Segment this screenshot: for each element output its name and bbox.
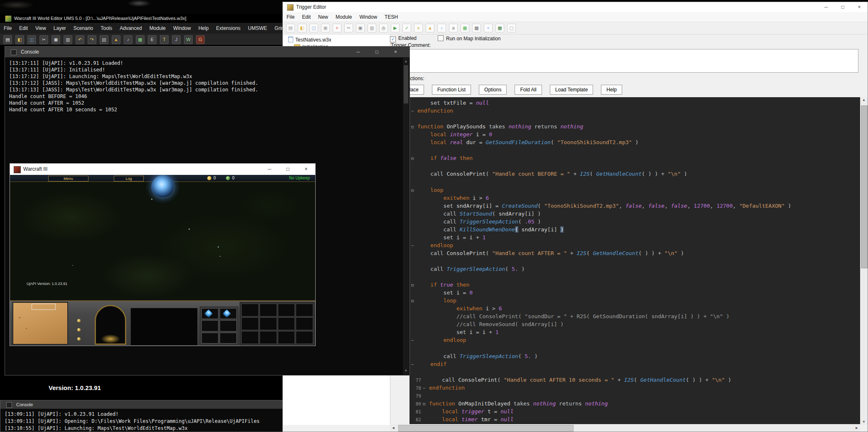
we-menu-layer[interactable]: Layer xyxy=(50,23,70,34)
te-menu-module[interactable]: Module xyxy=(332,12,356,22)
grid-icon[interactable]: ▦ xyxy=(136,35,145,44)
close-icon[interactable]: × xyxy=(297,164,315,175)
inventory-slot[interactable] xyxy=(201,320,218,331)
new-map-icon[interactable]: ▤ xyxy=(3,35,12,44)
command-card-slot[interactable] xyxy=(296,331,313,344)
code-vertical-scrollbar[interactable]: ▲ ▼ xyxy=(860,97,868,425)
test-run-icon[interactable]: ▶ xyxy=(391,24,400,32)
text-icon[interactable]: a xyxy=(449,24,458,32)
te-menu-tesh[interactable]: TESH xyxy=(381,12,402,22)
we-menu-umswe[interactable]: UMSWE xyxy=(244,23,271,34)
command-card-slot[interactable] xyxy=(241,304,259,317)
te-button-load-template[interactable]: Load Template xyxy=(550,85,593,95)
command-card-slot[interactable] xyxy=(278,304,295,317)
we-menu-extensions[interactable]: Extensions xyxy=(212,23,244,34)
open-icon[interactable]: ▣ xyxy=(321,24,330,32)
save-icon[interactable]: ◫ xyxy=(309,24,318,32)
inventory-slot[interactable] xyxy=(220,333,237,344)
save-map-icon[interactable]: ◫ xyxy=(27,35,36,44)
scroll-down-icon[interactable]: ▼ xyxy=(860,419,868,425)
game-menu-button[interactable]: Menu xyxy=(48,176,88,182)
game-terrain[interactable]: UjAPI Version: 1.0.23.91 xyxy=(10,182,315,299)
object-editor-icon[interactable]: E xyxy=(148,35,157,44)
run-on-init-checkbox-box[interactable] xyxy=(438,35,444,41)
minimize-icon[interactable]: ─ xyxy=(260,164,279,175)
fold-marker[interactable]: − xyxy=(411,242,417,250)
scroll-down-icon[interactable]: ▼ xyxy=(403,368,409,374)
inventory-slot[interactable] xyxy=(220,320,237,331)
game-viewport[interactable]: Menu Log 0 0 No Upkeep UjAPI Version: 1.… xyxy=(10,175,315,346)
fold-marker[interactable]: − xyxy=(411,107,417,115)
inventory-slot[interactable] xyxy=(201,308,218,319)
board-icon[interactable]: ▦ xyxy=(495,24,504,32)
we-menu-file[interactable]: File xyxy=(0,23,15,34)
scroll-right-icon[interactable]: ► xyxy=(853,424,860,432)
grimoire-icon[interactable]: G xyxy=(196,35,205,44)
enabled-checkbox-box[interactable]: ✓ xyxy=(390,37,396,42)
te-menu-window[interactable]: Window xyxy=(356,12,381,22)
horizontal-scroll-thumb[interactable] xyxy=(398,425,574,432)
copy-icon[interactable]: ▣ xyxy=(356,24,365,32)
te-menu-edit[interactable]: Edit xyxy=(298,12,314,22)
grid-dark-icon[interactable]: ▩ xyxy=(472,24,481,32)
console-bottom-titlebar[interactable]: Console xyxy=(0,400,284,409)
close-icon[interactable]: × xyxy=(851,2,868,12)
console-scroll-thumb[interactable] xyxy=(404,65,408,103)
command-card-slot[interactable] xyxy=(260,331,277,344)
run-on-init-checkbox[interactable]: Run on Map Initialization xyxy=(438,35,500,41)
te-button-help[interactable]: Help xyxy=(601,85,622,95)
sound-icon[interactable]: ♪ xyxy=(437,24,446,32)
inventory-slot[interactable] xyxy=(220,308,237,319)
maximize-icon[interactable]: □ xyxy=(834,2,851,12)
te-menu-file[interactable]: File xyxy=(283,12,298,22)
console-scrollbar[interactable]: ▲ ▼ xyxy=(403,58,409,375)
grid-green-icon[interactable]: ▦ xyxy=(461,24,469,32)
fold-marker[interactable]: ⊟ xyxy=(411,187,417,194)
cut-icon[interactable]: ✂ xyxy=(344,24,353,32)
variables-icon[interactable]: x xyxy=(414,24,423,32)
inventory-slot[interactable] xyxy=(201,333,218,344)
fold-marker[interactable]: ⊟ xyxy=(411,155,417,162)
minimize-icon[interactable]: ─ xyxy=(349,47,368,57)
fold-marker[interactable]: ⊟ xyxy=(423,400,429,408)
fold-marker[interactable]: − xyxy=(411,361,417,368)
te-menu-new[interactable]: New xyxy=(314,12,332,22)
copy-icon[interactable]: ▣ xyxy=(51,35,60,44)
maximize-icon[interactable]: □ xyxy=(368,47,386,57)
script-icon[interactable]: J xyxy=(172,35,181,44)
command-card-slot[interactable] xyxy=(278,331,295,344)
we-menu-advanced[interactable]: Advanced xyxy=(116,23,145,34)
fold-marker[interactable]: ⊟ xyxy=(411,123,417,131)
we-menu-edit[interactable]: Edit xyxy=(15,23,32,34)
enabled-checkbox[interactable]: ✓Enabled xyxy=(390,35,417,41)
scroll-up-icon[interactable]: ▲ xyxy=(403,59,409,64)
trigger-editor-icon[interactable]: T xyxy=(160,35,169,44)
game-log-button[interactable]: Log xyxy=(114,176,144,182)
command-card-slot[interactable] xyxy=(278,317,295,330)
maximize-icon[interactable]: □ xyxy=(279,164,297,175)
sound-editor-icon[interactable]: ♪ xyxy=(124,35,132,44)
undo-icon[interactable]: ↶ xyxy=(76,35,84,44)
command-card-slot[interactable] xyxy=(296,304,313,317)
te-button-function-list[interactable]: Function List xyxy=(432,85,471,95)
close-icon[interactable]: × xyxy=(386,47,405,57)
command-card-slot[interactable] xyxy=(241,331,259,344)
tree-item-map[interactable]: TestNatives.w3x xyxy=(288,37,331,43)
paste-icon[interactable]: ▥ xyxy=(368,24,376,32)
fold-marker[interactable]: ⊟ xyxy=(411,297,417,305)
new-trigger-icon[interactable]: ▤ xyxy=(286,24,295,32)
we-menu-tools[interactable]: Tools xyxy=(97,23,116,34)
we-menu-module[interactable]: Module xyxy=(146,23,169,34)
delete-icon[interactable]: × xyxy=(333,24,341,32)
we-menu-scenario[interactable]: Scenario xyxy=(70,23,97,34)
command-card-slot[interactable] xyxy=(241,317,259,330)
code-horizontal-scrollbar[interactable]: ◄ ► xyxy=(390,424,860,432)
game-titlebar[interactable]: Warcraft III ─ □ × xyxy=(10,164,315,175)
paste-icon[interactable]: ▥ xyxy=(64,35,72,44)
te-titlebar[interactable]: Trigger Editor ─ □ × xyxy=(283,2,868,12)
scroll-left-icon[interactable]: ◄ xyxy=(390,424,397,432)
new-category-icon[interactable]: ◧ xyxy=(298,24,306,32)
find-icon[interactable]: ◎ xyxy=(379,24,388,32)
we-menu-window[interactable]: Window xyxy=(169,23,195,34)
te-button-options[interactable]: Options xyxy=(479,85,507,95)
